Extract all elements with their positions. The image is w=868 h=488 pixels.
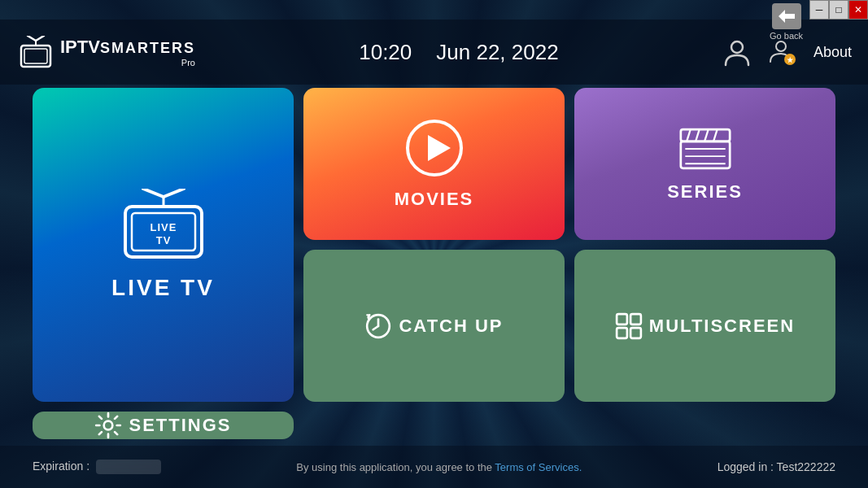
settings-icon [94,412,122,439]
series-label: SERIES [667,181,743,203]
user-icon [722,37,752,67]
svg-text:LIVE: LIVE [150,221,177,233]
settings-tile[interactable]: SETTINGS [33,412,294,439]
svg-line-23 [713,129,718,142]
go-back-button[interactable] [772,3,801,29]
svg-point-7 [776,41,786,51]
svg-rect-32 [630,314,641,325]
header: IPTV SMARTERS Pro 10:20 Jun 22, 2022 ★ A… [0,20,868,85]
logo-iptv: IPTV [60,37,100,58]
svg-rect-34 [630,328,641,338]
play-icon [405,119,464,177]
footer-expiration: Expiration : [33,460,161,474]
svg-line-10 [143,189,164,197]
svg-line-1 [28,36,36,41]
svg-rect-31 [617,314,627,325]
catchup-label: CATCH UP [399,316,503,337]
main-grid: LIVE TV LIVE TV MOVIES [33,88,835,439]
svg-marker-0 [779,10,795,23]
header-center: 10:20 Jun 22, 2022 [195,40,722,65]
expiration-value [96,460,161,474]
svg-rect-33 [617,328,627,338]
header-right: ★ About [722,37,852,67]
titlebar: ─ □ ✕ [809,0,868,20]
svg-point-35 [104,421,113,430]
svg-line-2 [36,36,44,41]
catchup-row: CATCH UP [364,312,503,340]
clapper-icon [679,126,731,172]
live-tv-icon: LIVE TV [119,189,208,262]
terms-text: By using this application, you agree to … [296,461,495,473]
maximize-button[interactable]: □ [829,0,848,20]
logo-pro: Pro [60,58,195,68]
svg-line-21 [696,129,700,142]
multiscreen-icon [615,312,643,340]
svg-rect-5 [24,49,47,63]
footer: Expiration : By using this application, … [0,446,868,488]
movies-tile[interactable]: MOVIES [303,88,565,240]
svg-text:★: ★ [787,56,794,64]
header-time: 10:20 [359,40,412,65]
multiscreen-label: MULTISCREEN [649,316,795,337]
minimize-button[interactable]: ─ [809,0,829,20]
svg-point-6 [731,41,743,53]
movies-label: MOVIES [395,189,474,210]
multiscreen-row: MULTISCREEN [615,312,795,340]
logo-area: IPTV SMARTERS Pro [16,36,195,68]
series-tile[interactable]: SERIES [574,88,835,240]
live-tv-tile[interactable]: LIVE TV LIVE TV [33,88,294,402]
svg-line-22 [704,129,709,142]
go-back-label: Go back [770,31,803,41]
footer-terms: By using this application, you agree to … [296,461,582,473]
close-button[interactable]: ✕ [848,0,868,20]
expiration-label: Expiration : [33,460,89,473]
svg-text:TV: TV [155,234,171,246]
multiscreen-tile[interactable]: MULTISCREEN [574,250,835,402]
svg-line-30 [373,326,378,329]
svg-line-11 [164,189,184,197]
catchup-tile[interactable]: CATCH UP [303,250,565,402]
live-tv-label: LIVE TV [111,275,215,301]
svg-marker-18 [428,135,451,161]
logo-text: IPTV SMARTERS Pro [60,37,195,68]
footer-logged-in: Logged in : Test222222 [718,460,835,473]
user-badge-icon: ★ [768,37,797,67]
catchup-icon [364,312,392,340]
about-button[interactable]: About [813,44,852,61]
logo-tv-icon [16,36,55,68]
settings-row: SETTINGS [94,412,231,439]
settings-label: SETTINGS [129,415,231,436]
terms-link[interactable]: Terms of Services. [495,461,582,473]
go-back-area[interactable]: Go back [770,3,803,41]
header-date: Jun 22, 2022 [436,40,558,65]
logo-smarters: SMARTERS [100,40,195,57]
svg-line-20 [687,129,691,142]
